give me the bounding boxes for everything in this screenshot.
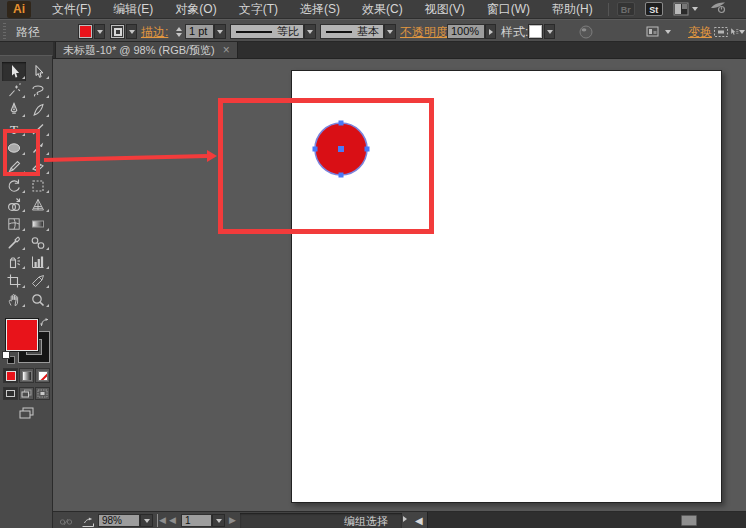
menu-item-view[interactable]: 视图(V) xyxy=(414,0,476,19)
lasso-tool[interactable] xyxy=(26,81,50,100)
stroke-color-swatch[interactable] xyxy=(110,24,125,39)
swap-fill-stroke-icon[interactable] xyxy=(40,318,50,330)
close-tab-icon[interactable]: × xyxy=(223,45,230,56)
zoom-tool[interactable] xyxy=(26,290,50,309)
slice-tool[interactable] xyxy=(26,271,50,290)
stroke-color-dropdown[interactable] xyxy=(126,24,137,39)
paintbrush-tool[interactable] xyxy=(26,138,50,157)
hand-tool[interactable] xyxy=(2,290,26,309)
menu-item-type[interactable]: 文字(T) xyxy=(228,0,289,19)
style-swatch[interactable] xyxy=(528,24,543,39)
draw-behind-button[interactable] xyxy=(19,387,34,400)
scroll-left-icon[interactable]: ◀ xyxy=(415,514,423,527)
horizontal-scrollbar[interactable] xyxy=(427,512,746,528)
fill-color-dropdown[interactable] xyxy=(94,24,105,39)
symbol-sprayer-tool[interactable] xyxy=(2,252,26,271)
align-icon xyxy=(645,24,661,40)
artboard-number-dropdown[interactable] xyxy=(212,514,225,527)
tools-grid: T xyxy=(2,62,50,309)
type-tool[interactable]: T xyxy=(2,119,26,138)
stroke-panel-link[interactable]: 描边: xyxy=(141,24,168,41)
menu-item-file[interactable]: 文件(F) xyxy=(41,0,102,19)
brush-definition-dropdown[interactable]: 基本 xyxy=(320,24,384,39)
direct-selection-tool[interactable] xyxy=(26,62,50,81)
stock-button[interactable]: St xyxy=(645,2,663,16)
menu-item-select[interactable]: 选择(S) xyxy=(289,0,351,19)
stroke-weight-dropdown[interactable] xyxy=(214,24,226,39)
style-dropdown[interactable] xyxy=(544,24,555,39)
gradient-icon xyxy=(30,216,46,232)
gradient-button[interactable] xyxy=(19,368,34,383)
fill-color-swatch[interactable] xyxy=(78,24,93,39)
line-segment-tool[interactable] xyxy=(26,119,50,138)
opacity-panel-link[interactable]: 不透明度: xyxy=(400,24,451,41)
status-menu-button[interactable] xyxy=(403,516,407,522)
default-fill-stroke-icon[interactable] xyxy=(2,351,16,365)
gradient-tool[interactable] xyxy=(26,214,50,233)
stroke-weight-field[interactable]: 1 pt xyxy=(185,24,214,39)
column-graph-tool[interactable] xyxy=(26,252,50,271)
status-mode-icon[interactable] xyxy=(59,514,75,527)
cs-live-icon[interactable] xyxy=(710,0,726,18)
brush-definition-arrow[interactable] xyxy=(384,24,396,39)
menu-item-window[interactable]: 窗口(W) xyxy=(476,0,541,19)
zoom-level-field[interactable]: 98% xyxy=(98,514,140,527)
eyedropper-tool[interactable] xyxy=(2,233,26,252)
rotate-tool[interactable] xyxy=(2,176,26,195)
selection-tool[interactable] xyxy=(2,62,26,81)
bridge-button[interactable]: Br xyxy=(617,2,635,16)
recolor-artwork-button[interactable] xyxy=(577,23,595,40)
scrollbar-thumb[interactable] xyxy=(681,515,697,526)
zoom-level-dropdown[interactable] xyxy=(140,514,153,527)
blend-tool[interactable] xyxy=(26,233,50,252)
none-button[interactable] xyxy=(35,368,50,383)
fill-stroke-cluster xyxy=(0,318,53,366)
color-button[interactable] xyxy=(3,368,18,383)
panel-grip[interactable] xyxy=(3,23,6,39)
fill-color-indicator[interactable] xyxy=(5,318,39,352)
workspace-switcher[interactable] xyxy=(673,2,698,16)
ellipse-tool[interactable] xyxy=(2,138,26,157)
align-button[interactable] xyxy=(644,23,662,40)
canvas-area[interactable] xyxy=(53,59,746,511)
first-artboard-button[interactable]: ◀ xyxy=(157,514,166,527)
menu-item-edit[interactable]: 编辑(E) xyxy=(102,0,164,19)
opacity-slider-button[interactable] xyxy=(485,24,496,39)
document-tab[interactable]: 未标题-10* @ 98% (RGB/预览) × xyxy=(55,42,238,58)
transform-panel-link[interactable]: 变换 xyxy=(688,24,712,41)
export-tray-icon[interactable] xyxy=(81,514,97,527)
select-similar-button[interactable] xyxy=(729,23,745,40)
shape-builder-tool[interactable] xyxy=(2,195,26,214)
workspace-icon xyxy=(673,2,689,16)
free-transform-tool[interactable] xyxy=(26,176,50,195)
isolate-object-button[interactable] xyxy=(712,23,730,40)
perspective-grid-tool[interactable] xyxy=(26,195,50,214)
artboard[interactable] xyxy=(291,70,722,503)
width-profile-dropdown[interactable]: 等比 xyxy=(230,24,304,39)
blob-brush-tool[interactable] xyxy=(26,100,50,119)
menu-item-object[interactable]: 对象(O) xyxy=(164,0,227,19)
menu-item-effect[interactable]: 效果(C) xyxy=(351,0,414,19)
opacity-field[interactable]: 100% xyxy=(447,24,485,39)
pencil-tool[interactable] xyxy=(2,157,26,176)
previous-artboard-button[interactable]: ◀ xyxy=(169,514,176,527)
menu-item-help[interactable]: 帮助(H) xyxy=(541,0,604,19)
width-profile-arrow[interactable] xyxy=(304,24,316,39)
pen-tool[interactable] xyxy=(2,100,26,119)
gradient-swatch-icon xyxy=(22,371,32,381)
status-bar: 98% ◀ ◀ 1 ▶ ▶ 编组选择 ◀ xyxy=(53,511,746,528)
draw-normal-button[interactable] xyxy=(3,387,18,400)
hand-icon xyxy=(6,292,22,308)
magic-wand-tool[interactable] xyxy=(2,81,26,100)
draw-inside-button[interactable] xyxy=(35,387,50,400)
screen-mode-button[interactable] xyxy=(16,405,36,420)
artboard-tool[interactable] xyxy=(2,271,26,290)
stroke-weight-stepper[interactable] xyxy=(174,24,183,39)
align-dropdown[interactable] xyxy=(663,24,673,39)
select-similar-dropdown[interactable] xyxy=(739,30,745,34)
eraser-tool[interactable] xyxy=(26,157,50,176)
app-logo: Ai xyxy=(7,1,31,18)
next-artboard-button[interactable]: ▶ xyxy=(229,514,236,527)
mesh-tool[interactable] xyxy=(2,214,26,233)
artboard-number-field[interactable]: 1 xyxy=(181,514,212,527)
